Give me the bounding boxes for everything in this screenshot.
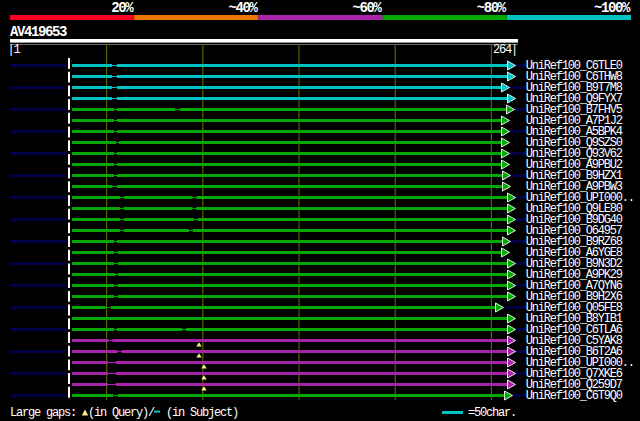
svg-text:264|: 264| — [493, 43, 517, 57]
svg-text:=50char.: =50char. — [468, 406, 516, 420]
svg-text:~100%: ~100% — [594, 0, 631, 16]
svg-text:(in Query)/: (in Query)/ — [88, 406, 155, 420]
svg-text:UniRef100_C6T9Q0: UniRef100_C6T9Q0 — [526, 389, 623, 403]
svg-text:Large gaps:: Large gaps: — [10, 406, 76, 420]
svg-text:(in Subject): (in Subject) — [166, 406, 238, 420]
svg-text:AV419653: AV419653 — [10, 24, 67, 40]
svg-text:20%: 20% — [111, 0, 134, 16]
svg-text:~80%: ~80% — [477, 0, 507, 16]
svg-text:~40%: ~40% — [228, 0, 258, 16]
svg-text:|1: |1 — [8, 43, 21, 57]
svg-text:~60%: ~60% — [353, 0, 383, 16]
